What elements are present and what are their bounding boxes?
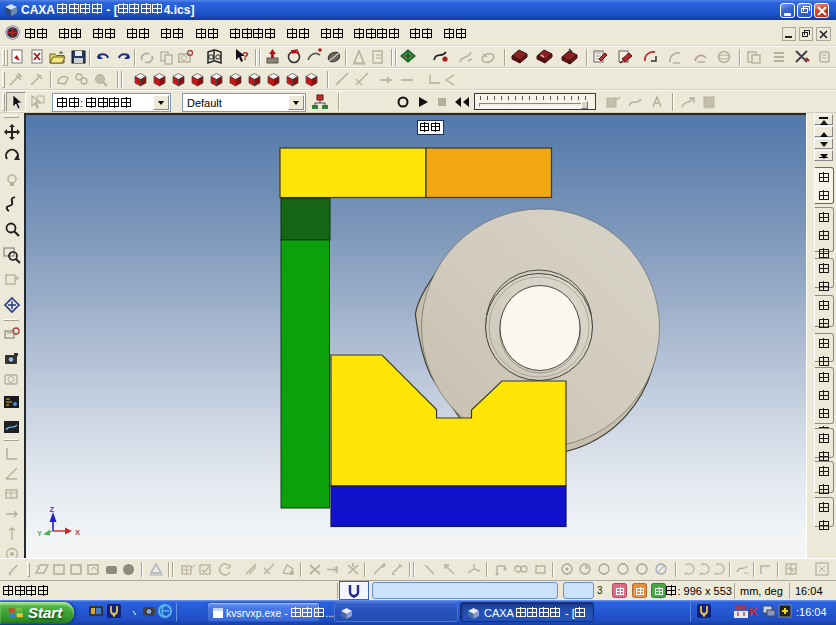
svg-text:K: K (749, 604, 759, 618)
svg-text:Z: Z (50, 505, 55, 514)
svg-text:X: X (75, 528, 80, 537)
svg-text:Y: Y (37, 529, 42, 538)
svg-text:?: ? (242, 50, 249, 62)
